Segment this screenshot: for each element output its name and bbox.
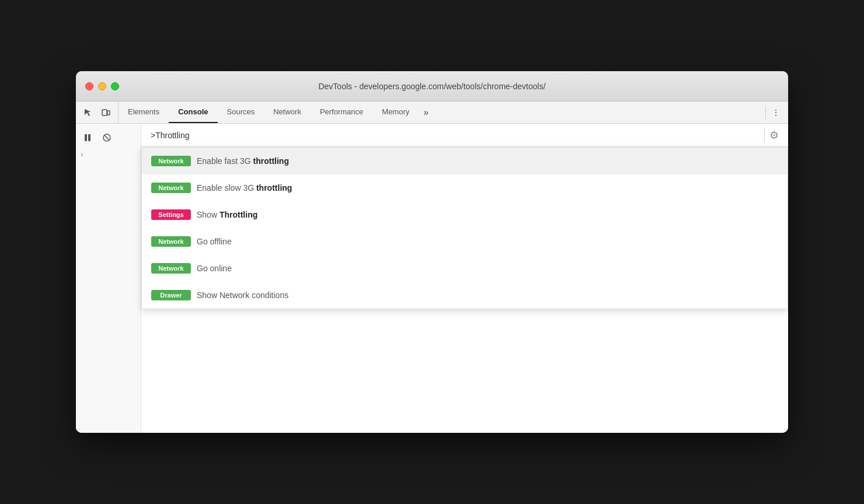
minimize-button[interactable] bbox=[98, 82, 106, 90]
item-text-2: Enable slow 3G throttling bbox=[197, 183, 292, 192]
command-dropdown: Network Enable fast 3G throttling Networ… bbox=[141, 147, 788, 309]
settings-icon[interactable]: ⚙ bbox=[769, 129, 779, 142]
close-button[interactable] bbox=[85, 82, 93, 90]
tab-performance[interactable]: Performance bbox=[311, 102, 372, 123]
maximize-button[interactable] bbox=[111, 82, 119, 90]
tab-network[interactable]: Network bbox=[264, 102, 311, 123]
list-item[interactable]: Network Enable slow 3G throttling bbox=[142, 174, 788, 201]
content-area: › >Throttling ⚙ Network Enable fast 3G t… bbox=[76, 124, 788, 433]
device-toggle-icon[interactable] bbox=[98, 105, 113, 120]
svg-line-5 bbox=[104, 135, 109, 140]
expand-icon[interactable]: › bbox=[76, 147, 141, 161]
more-tabs-button[interactable]: » bbox=[419, 102, 433, 123]
svg-rect-3 bbox=[88, 134, 90, 141]
tab-console[interactable]: Console bbox=[169, 102, 217, 123]
sidebar-toolbar bbox=[76, 128, 141, 147]
divider bbox=[765, 106, 766, 120]
list-item[interactable]: Network Go offline bbox=[142, 228, 788, 255]
command-input-row: >Throttling ⚙ bbox=[141, 124, 788, 147]
badge-drawer-1: Drawer bbox=[151, 290, 191, 300]
browser-window: DevTools - developers.google.com/web/too… bbox=[76, 71, 788, 433]
more-options-icon[interactable]: ⋮ bbox=[768, 105, 783, 120]
window-title: DevTools - developers.google.com/web/too… bbox=[318, 82, 545, 91]
title-bar: DevTools - developers.google.com/web/too… bbox=[76, 71, 788, 102]
tab-elements[interactable]: Elements bbox=[119, 102, 169, 123]
clear-icon[interactable] bbox=[99, 130, 114, 145]
play-icon[interactable] bbox=[81, 130, 96, 145]
badge-network-2: Network bbox=[151, 183, 191, 193]
item-text-3: Show Throttling bbox=[197, 210, 257, 219]
tab-sources[interactable]: Sources bbox=[218, 102, 264, 123]
inspect-icon[interactable] bbox=[81, 105, 96, 120]
tab-bar: Elements Console Sources Network Perform… bbox=[76, 102, 788, 124]
list-item[interactable]: Settings Show Throttling bbox=[142, 201, 788, 228]
tab-memory[interactable]: Memory bbox=[372, 102, 419, 123]
toolbar-right: ⋮ bbox=[761, 102, 788, 123]
traffic-lights bbox=[85, 82, 119, 90]
item-text-5: Go online bbox=[197, 264, 232, 273]
badge-network-1: Network bbox=[151, 156, 191, 166]
list-item[interactable]: Network Go online bbox=[142, 255, 788, 282]
command-input[interactable]: >Throttling bbox=[151, 131, 760, 140]
item-text-6: Show Network conditions bbox=[197, 290, 288, 300]
devtools-panel: Elements Console Sources Network Perform… bbox=[76, 102, 788, 433]
tabs-container: Elements Console Sources Network Perform… bbox=[119, 102, 761, 123]
svg-rect-2 bbox=[85, 134, 87, 141]
badge-network-4: Network bbox=[151, 263, 191, 274]
list-item[interactable]: Network Enable fast 3G throttling bbox=[142, 148, 788, 174]
badge-settings-1: Settings bbox=[151, 209, 191, 220]
command-area: >Throttling ⚙ Network Enable fast 3G thr… bbox=[141, 124, 788, 433]
list-item[interactable]: Drawer Show Network conditions bbox=[142, 282, 788, 309]
toolbar-left bbox=[76, 102, 119, 123]
svg-rect-1 bbox=[107, 111, 110, 115]
sidebar: › bbox=[76, 124, 141, 433]
item-text-1: Enable fast 3G throttling bbox=[197, 156, 289, 166]
item-text-4: Go offline bbox=[197, 237, 232, 246]
svg-rect-0 bbox=[102, 110, 107, 116]
badge-network-3: Network bbox=[151, 236, 191, 247]
input-divider bbox=[764, 128, 765, 142]
